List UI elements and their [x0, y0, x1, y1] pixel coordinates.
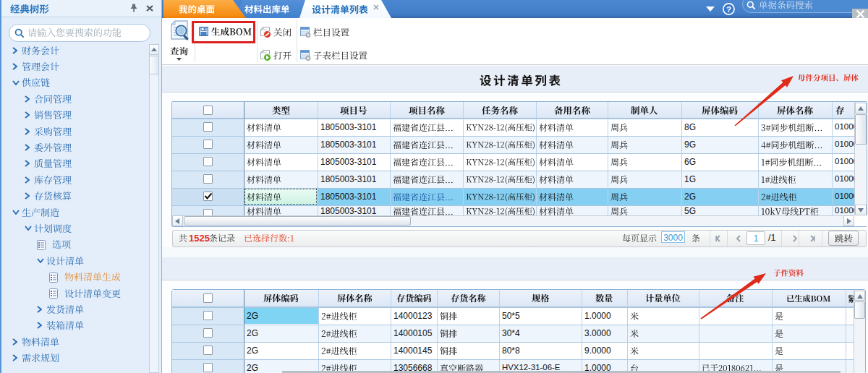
- svg-text:?: ?: [726, 5, 731, 14]
